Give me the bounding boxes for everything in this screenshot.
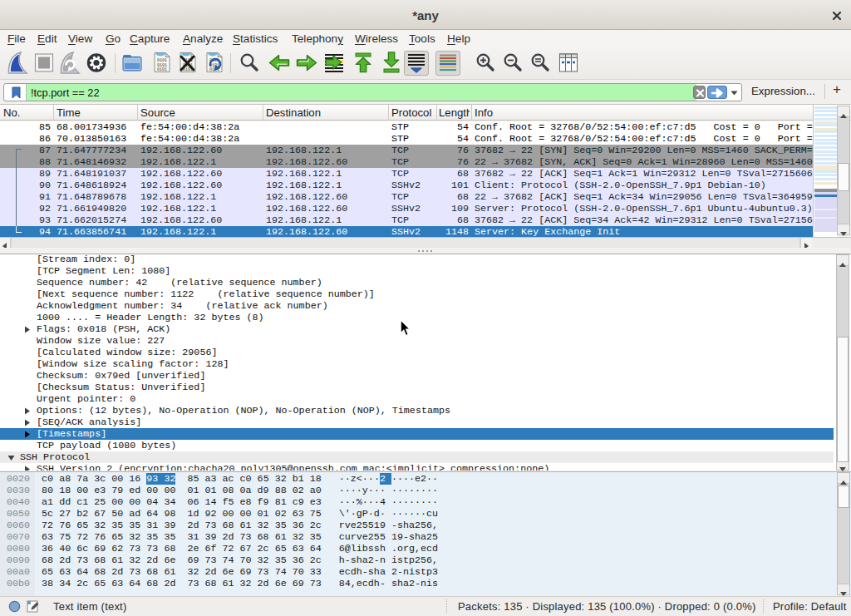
svg-text:0101: 0101 (157, 67, 167, 72)
